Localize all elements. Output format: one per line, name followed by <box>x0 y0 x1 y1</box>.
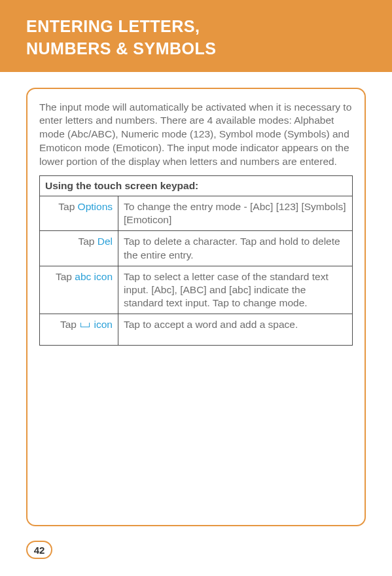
tap-prefix: Tap <box>56 271 75 282</box>
tap-cell: Tap Del <box>40 231 118 266</box>
keypad-table: Using the touch screen keypad: Tap Optio… <box>39 175 353 346</box>
table-row: Tap Del Tap to delete a character. Tap a… <box>40 231 353 266</box>
tap-keyword: Options <box>78 201 113 212</box>
table-row: Tap Options To change the entry mode - [… <box>40 196 353 231</box>
page: ENTERING LETTERS, NUMBERS & SYMBOLS The … <box>0 0 392 576</box>
space-icon <box>80 323 90 327</box>
title-line1: ENTERING LETTERS, <box>26 17 200 35</box>
page-number: 42 <box>34 545 45 556</box>
tap-suffix: icon <box>91 319 113 330</box>
page-title: ENTERING LETTERS, NUMBERS & SYMBOLS <box>26 16 366 60</box>
tap-prefix: Tap <box>60 319 79 330</box>
tap-prefix: Tap <box>58 201 77 212</box>
title-line2: NUMBERS & SYMBOLS <box>26 39 216 58</box>
desc-cell: Tap to select a letter case of the stand… <box>118 266 353 314</box>
table-heading: Using the touch screen keypad: <box>40 176 353 196</box>
header-bar: ENTERING LETTERS, NUMBERS & SYMBOLS <box>0 0 392 72</box>
page-number-badge: 42 <box>26 541 52 559</box>
tap-keyword: Del <box>98 236 113 247</box>
table-row: Tap abc icon Tap to select a letter case… <box>40 266 353 314</box>
tap-prefix: Tap <box>78 236 97 247</box>
table-header-row: Using the touch screen keypad: <box>40 176 353 196</box>
desc-cell: Tap to delete a character. Tap and hold … <box>118 231 353 266</box>
tap-keyword: abc icon <box>75 271 113 282</box>
tap-cell: Tap Options <box>40 196 118 231</box>
space-icon-wrap <box>79 319 91 330</box>
intro-paragraph: The input mode will automatically be act… <box>39 101 353 170</box>
content-frame: The input mode will automatically be act… <box>26 88 366 526</box>
tap-cell: Tap icon <box>40 314 118 346</box>
desc-cell: Tap to accept a word and add a space. <box>118 314 353 346</box>
tap-cell: Tap abc icon <box>40 266 118 314</box>
table-row: Tap icon Tap to accept a word and add a … <box>40 314 353 346</box>
desc-cell: To change the entry mode - [Abc] [123] [… <box>118 196 353 231</box>
